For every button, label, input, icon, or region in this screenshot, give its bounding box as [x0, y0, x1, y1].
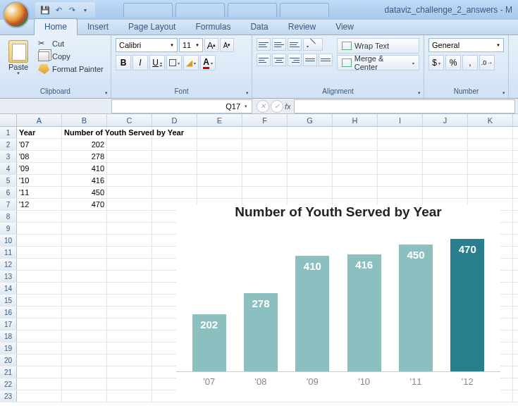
row-header[interactable]: 23 — [0, 390, 17, 402]
border-button[interactable] — [166, 55, 182, 70]
cell[interactable] — [62, 271, 107, 282]
cell[interactable] — [107, 223, 152, 234]
undo-icon[interactable]: ↶ — [53, 4, 64, 16]
row-header[interactable]: 5 — [0, 175, 17, 186]
align-right-button[interactable] — [288, 54, 302, 66]
cell[interactable] — [333, 163, 378, 174]
cell[interactable] — [17, 319, 62, 330]
shrink-font-button[interactable]: A▾ — [220, 38, 234, 52]
cell[interactable]: '07 — [17, 139, 62, 150]
row-header[interactable]: 16 — [0, 307, 17, 318]
align-top-button[interactable] — [257, 38, 271, 51]
row-header[interactable]: 17 — [0, 319, 17, 330]
cell[interactable] — [288, 127, 333, 138]
cell[interactable] — [107, 247, 152, 258]
cell[interactable] — [17, 390, 62, 402]
cell[interactable] — [423, 163, 468, 174]
cell[interactable] — [107, 307, 152, 318]
chart-bar[interactable]: 416 — [345, 254, 383, 371]
cell[interactable] — [468, 151, 513, 162]
cell[interactable] — [17, 223, 62, 234]
cell[interactable] — [107, 163, 152, 174]
cell[interactable] — [288, 187, 333, 198]
cell[interactable] — [242, 139, 288, 150]
cell[interactable] — [107, 331, 152, 342]
cell[interactable] — [242, 175, 288, 186]
cell[interactable] — [468, 187, 513, 198]
cell[interactable] — [107, 211, 152, 222]
cell[interactable] — [17, 235, 62, 246]
cell[interactable]: 202 — [62, 139, 107, 150]
select-all-corner[interactable] — [0, 114, 17, 126]
cell[interactable] — [17, 211, 62, 222]
cell[interactable] — [378, 175, 423, 186]
cell[interactable] — [62, 319, 107, 330]
tab-formulas[interactable]: Formulas — [185, 19, 240, 35]
cell[interactable] — [62, 366, 107, 378]
cell[interactable] — [17, 331, 62, 342]
row-header[interactable]: 19 — [0, 342, 17, 354]
cell[interactable] — [468, 175, 513, 186]
align-center-button[interactable] — [272, 54, 286, 66]
cell[interactable] — [107, 271, 152, 282]
cell[interactable] — [288, 139, 333, 150]
cell[interactable] — [17, 366, 62, 378]
cell[interactable] — [333, 187, 378, 198]
cell[interactable] — [152, 127, 197, 138]
cell[interactable] — [107, 366, 152, 378]
enter-formula-icon[interactable]: ✓ — [271, 100, 283, 113]
bold-button[interactable]: B — [116, 55, 131, 70]
cell[interactable] — [152, 139, 197, 150]
font-name-select[interactable]: Calibri▼ — [116, 38, 178, 52]
cell[interactable]: '08 — [17, 151, 62, 162]
cell[interactable] — [107, 354, 152, 366]
window-tab[interactable] — [228, 3, 277, 17]
spreadsheet-grid[interactable]: ABCDEFGHIJK 1YearNumber of Youth Served … — [0, 114, 518, 419]
row-header[interactable]: 11 — [0, 247, 17, 258]
cell[interactable] — [242, 151, 288, 162]
column-header[interactable]: K — [468, 114, 513, 126]
cell[interactable] — [62, 235, 107, 246]
cell[interactable] — [107, 342, 152, 354]
tab-home[interactable]: Home — [34, 18, 78, 35]
cell[interactable]: '12 — [17, 199, 62, 210]
cell[interactable] — [17, 342, 62, 354]
cell[interactable] — [107, 259, 152, 270]
cell[interactable] — [423, 127, 468, 138]
cell[interactable] — [378, 187, 423, 198]
cell[interactable] — [62, 211, 107, 222]
cell[interactable] — [288, 175, 333, 186]
cell[interactable] — [17, 247, 62, 258]
row-header[interactable]: 12 — [0, 259, 17, 270]
cell[interactable] — [423, 151, 468, 162]
cell[interactable] — [197, 151, 242, 162]
cell[interactable] — [62, 331, 107, 342]
percent-button[interactable]: % — [445, 55, 461, 70]
row-header[interactable]: 4 — [0, 163, 17, 174]
column-header[interactable]: C — [107, 114, 152, 126]
row-header[interactable]: 8 — [0, 211, 17, 222]
cancel-formula-icon[interactable]: ✕ — [257, 100, 269, 113]
cell[interactable]: 470 — [62, 199, 107, 210]
align-middle-button[interactable] — [272, 38, 286, 51]
cell[interactable] — [197, 187, 242, 198]
cell[interactable] — [107, 151, 152, 162]
cell[interactable] — [378, 151, 423, 162]
cell[interactable] — [333, 175, 378, 186]
tab-review[interactable]: Review — [278, 19, 326, 35]
cell[interactable] — [62, 307, 107, 318]
chart-bar[interactable]: 470 — [448, 239, 486, 371]
cell[interactable] — [288, 163, 333, 174]
cell[interactable] — [378, 127, 423, 138]
cell[interactable] — [107, 295, 152, 306]
column-header[interactable]: J — [423, 114, 468, 126]
cell[interactable] — [17, 259, 62, 270]
cell[interactable]: 450 — [62, 187, 107, 198]
row-header[interactable]: 9 — [0, 223, 17, 234]
column-header[interactable]: F — [242, 114, 288, 126]
row-header[interactable]: 7 — [0, 199, 17, 210]
cell[interactable]: 278 — [62, 151, 107, 162]
window-tab[interactable] — [123, 3, 173, 17]
tab-view[interactable]: View — [326, 19, 364, 35]
cell[interactable] — [62, 247, 107, 258]
